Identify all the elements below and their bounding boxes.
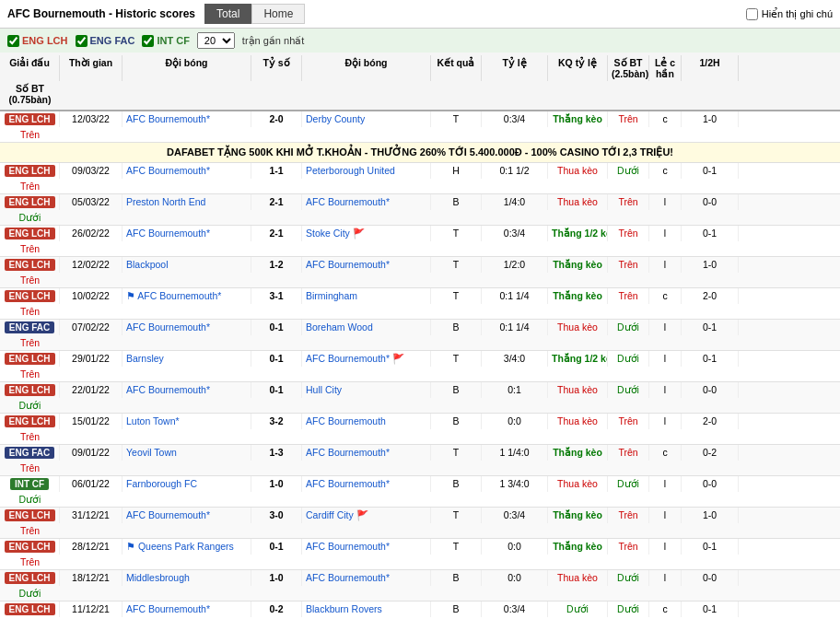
cell-league: ENG LCH xyxy=(0,257,60,273)
cell-le-chan: l xyxy=(649,508,682,523)
table-row: ENG FAC07/02/22AFC Bournemouth*0-1Boreha… xyxy=(0,320,840,351)
col-result: Kết quả xyxy=(431,55,482,81)
cell-ratio: 0:1 xyxy=(482,382,548,398)
cell-away-team: AFC Bournemouth* xyxy=(302,445,431,461)
show-notes-checkbox[interactable] xyxy=(746,8,758,20)
cell-bt25: Dưới xyxy=(608,476,649,492)
cell-le-chan: l xyxy=(649,414,682,429)
cell-result: B xyxy=(431,601,482,617)
cell-away-team: Peterborough United xyxy=(302,163,431,179)
table-row: ENG LCH12/02/22Blackpool1-2AFC Bournemou… xyxy=(0,257,840,288)
table-row: ENG LCH31/12/21AFC Bournemouth*3-0Cardif… xyxy=(0,508,840,539)
cell-home-team: Luton Town* xyxy=(122,414,251,429)
cell-home-team: AFC Bournemouth* xyxy=(122,320,251,335)
cell-league: ENG LCH xyxy=(0,163,60,179)
cell-le-chan: l xyxy=(649,382,682,398)
cell-date: 28/12/21 xyxy=(60,539,122,555)
promo-row: DAFABET TẶNG 500K KHI MỞ T.KHOẢN - THƯỞN… xyxy=(0,143,840,163)
cell-away-team: Stoke City 🚩 xyxy=(302,226,431,241)
cell-result: T xyxy=(431,288,482,304)
cell-score: 3-1 xyxy=(251,288,302,304)
league-badge: ENG LCH xyxy=(5,290,55,302)
table-row: ENG LCH15/01/22Luton Town*3-2AFC Bournem… xyxy=(0,414,840,445)
cell-le-chan: l xyxy=(649,320,682,335)
cell-bt25: Trên xyxy=(608,508,649,523)
cell-score: 0-1 xyxy=(251,382,302,398)
recent-label: trận gần nhất xyxy=(242,35,304,47)
cell-kq-ratio: Thua kèo xyxy=(548,163,608,179)
cell-kq-ratio: Thua kèo xyxy=(548,382,608,398)
cell-result: B xyxy=(431,570,482,586)
cell-bt25: Dưới xyxy=(608,320,649,335)
cell-kq-ratio: Thắng kèo xyxy=(548,111,608,127)
cell-date: 31/12/21 xyxy=(60,508,122,523)
cell-away-team: Blackburn Rovers xyxy=(302,601,431,617)
cell-kq-ratio: Thua kèo xyxy=(548,570,608,586)
cell-bt075: Trên xyxy=(0,241,60,256)
cell-bt075: Dưới xyxy=(0,492,60,507)
cell-score: 2-0 xyxy=(251,111,302,127)
col-away-team: Đội bóng xyxy=(302,55,431,81)
cell-kq-ratio: Thắng kèo xyxy=(548,445,608,461)
cell-ratio: 0:1 1/4 xyxy=(482,320,548,335)
cell-date: 22/01/22 xyxy=(60,382,122,398)
cell-le-chan: l xyxy=(649,257,682,273)
league-badge: ENG LCH xyxy=(5,415,55,427)
cell-kq-ratio: Thua kèo xyxy=(548,320,608,335)
filter-int-cf[interactable]: INT CF xyxy=(142,35,189,47)
cell-bt075: Trên xyxy=(0,367,60,381)
cell-away-team: AFC Bournemouth* xyxy=(302,476,431,492)
cell-le-chan: c xyxy=(649,288,682,304)
table-row: ENG LCH12/03/22AFC Bournemouth*2-0Derby … xyxy=(0,111,840,143)
league-badge: ENG LCH xyxy=(5,509,55,521)
table-row: ENG FAC09/01/22Yeovil Town1-3AFC Bournem… xyxy=(0,445,840,476)
cell-away-team: Cardiff City 🚩 xyxy=(302,508,431,523)
col-date: Thời gian xyxy=(60,55,122,81)
tab-total[interactable]: Total xyxy=(204,4,251,24)
cell-date: 26/02/22 xyxy=(60,226,122,241)
cell-le-chan: l xyxy=(649,570,682,586)
header-title: AFC Bournemouth - Historic scores xyxy=(7,7,195,20)
filter-eng-fac[interactable]: ENG FAC xyxy=(76,35,135,47)
cell-date: 15/01/22 xyxy=(60,414,122,429)
cell-half: 0-1 xyxy=(682,539,739,555)
cell-league: ENG LCH xyxy=(0,414,60,429)
cell-half: 0-1 xyxy=(682,226,739,241)
cell-league: ENG LCH xyxy=(0,194,60,210)
cell-bt075: Dưới xyxy=(0,210,60,225)
table-body: ENG LCH12/03/22AFC Bournemouth*2-0Derby … xyxy=(0,111,840,619)
cell-league: ENG LCH xyxy=(0,288,60,304)
cell-away-team: Derby County xyxy=(302,111,431,127)
cell-date: 09/01/22 xyxy=(60,445,122,461)
cell-result: B xyxy=(431,476,482,492)
cell-result: B xyxy=(431,194,482,210)
cell-away-team: Hull City xyxy=(302,382,431,398)
col-ratio: Tỷ lệ xyxy=(482,55,548,81)
cell-half: 0-1 xyxy=(682,601,739,617)
cell-score: 2-1 xyxy=(251,194,302,210)
cell-league: ENG LCH xyxy=(0,226,60,241)
cell-ratio: 3/4:0 xyxy=(482,351,548,367)
cell-home-team: Middlesbrough xyxy=(122,570,251,586)
cell-date: 11/12/21 xyxy=(60,601,122,617)
cell-bt25: Dưới xyxy=(608,601,649,617)
cell-league: ENG LCH xyxy=(0,382,60,398)
cell-bt25: Trên xyxy=(608,414,649,429)
cell-le-chan: c xyxy=(649,111,682,127)
col-bt25: Số BT (2.5bàn) xyxy=(608,55,649,81)
col-bt075: Số BT (0.75bàn) xyxy=(0,81,60,107)
cell-half: 0-1 xyxy=(682,163,739,179)
cell-ratio: 0:0 xyxy=(482,414,548,429)
col-home-team: Đội bóng xyxy=(122,55,251,81)
count-select[interactable]: 10 20 30 50 xyxy=(197,32,235,49)
tab-home[interactable]: Home xyxy=(251,4,305,24)
cell-home-team: AFC Bournemouth* xyxy=(122,111,251,127)
cell-bt25: Trên xyxy=(608,257,649,273)
cell-bt25: Trên xyxy=(608,111,649,127)
cell-result: B xyxy=(431,414,482,429)
cell-bt25: Dưới xyxy=(608,382,649,398)
filter-eng-lch[interactable]: ENG LCH xyxy=(7,35,68,47)
cell-bt25: Trên xyxy=(608,226,649,241)
league-badge: ENG LCH xyxy=(5,259,55,271)
cell-home-team: AFC Bournemouth* xyxy=(122,382,251,398)
